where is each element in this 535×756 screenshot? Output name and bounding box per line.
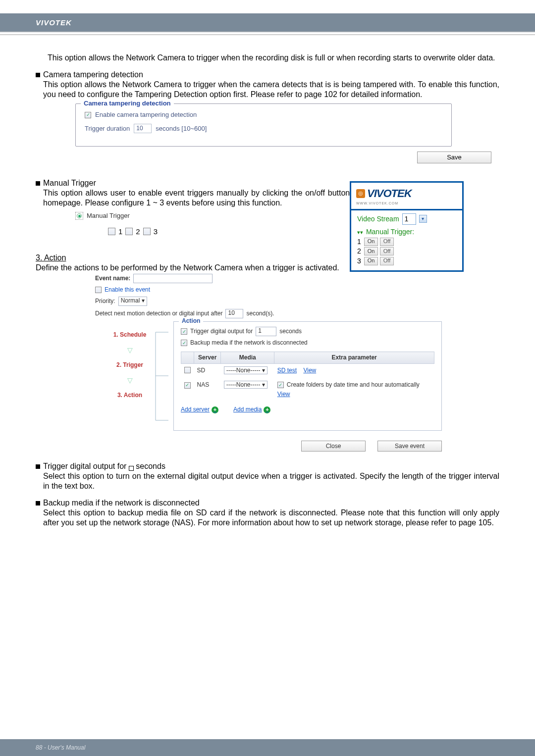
sd-checkbox[interactable] [184,367,191,373]
detect-prefix: Detect next motion detection or digital … [95,310,222,317]
trigger-do-input[interactable]: 1 [256,327,276,336]
bullet-icon [36,181,40,186]
enable-event-label: Enable this event [105,286,150,294]
double-chevron-down-icon[interactable]: ▾▾ [357,229,363,235]
vivotek-logo-text: VIVOTEK [367,187,412,201]
action-heading: 3. Action [36,253,66,262]
col-extra: Extra parameter [274,352,434,364]
trigger-do-suffix: seconds [279,328,302,335]
brand-text: VIVOTEK [36,18,72,27]
table-header: Server Media Extra parameter [181,352,434,364]
footer-text: 88 - User's Manual [36,744,85,751]
trigger-do-checkbox[interactable]: ✓ [181,328,187,335]
table-row: ✓ NAS -----None----- ▾ ✓ Create folders … [181,378,434,401]
tampering-legend: Camera tampering detection [81,100,174,107]
event-name-label: Event name: [95,275,130,282]
detect-value-input[interactable]: 10 [225,309,243,318]
server-sd: SD [197,367,206,374]
tampering-title: Camera tampering detection [43,70,143,79]
mt2-on-button[interactable]: On [364,247,378,255]
note2-title: Backup media if the network is disconnec… [43,499,200,507]
col-checkbox [181,352,194,364]
trigger-duration-label: Trigger duration [85,125,130,133]
vivotek-sidebar: ◎ VIVOTEK WWW.VIVOTEK.COM Video Stream 1… [350,181,464,272]
mt-num-3: 3 [154,227,158,237]
manual-trigger-radio[interactable] [75,212,83,220]
mt3-on-button[interactable]: On [364,257,378,265]
event-name-input[interactable] [133,274,213,283]
note1-title2: seconds [136,462,165,470]
backup-media-label: Backup media if the network is disconnec… [190,339,308,347]
close-button[interactable]: Close [301,441,366,452]
mt1-on-button[interactable]: On [364,238,378,246]
tampering-fieldset: Camera tampering detection ✓ Enable came… [75,103,452,147]
plus-icon: + [264,406,270,413]
mt-checkbox-3[interactable] [143,228,151,235]
trigger-duration-suffix: seconds [10~600] [156,125,207,133]
detect-suffix: second(s). [246,310,274,317]
action-table: Server Media Extra parameter SD -----Non… [181,352,434,401]
backup-media-checkbox[interactable]: ✓ [181,340,187,346]
mt-checkbox-1[interactable] [108,228,115,235]
vivotek-logo-sub: WWW.VIVOTEK.COM [351,202,462,209]
enable-tampering-checkbox[interactable]: ✓ [85,112,91,118]
bullet-icon [36,501,40,505]
add-server-link[interactable]: Add server + [181,406,218,413]
chevron-down-icon[interactable]: ▾ [419,215,427,223]
note1-body: Select this option to turn on the extern… [43,471,499,491]
video-stream-select[interactable]: 1 [402,213,416,225]
trigger-duration-input[interactable]: 10 [134,124,152,133]
col-media: Media [221,352,274,364]
note1-title: Trigger digital output for [43,462,126,470]
priority-label: Priority: [95,298,115,305]
bullet-icon [36,73,40,77]
blank-box-icon [129,466,134,471]
note2-body: Select this option to backup media file … [43,508,499,528]
enable-event-checkbox[interactable] [95,287,102,293]
nas-media-select[interactable]: -----None----- ▾ [224,381,268,389]
intro-paragraph: This option allows the Network Camera to… [48,53,499,63]
mt1-off-button[interactable]: Off [380,238,394,246]
vivotek-logo-icon: ◎ [356,189,365,198]
tampering-body: This option allows the Network Camera to… [43,80,499,100]
mt-row-num: 2 [357,247,362,256]
create-folders-label: Create folders by date time and hour aut… [287,381,420,389]
mt-row-num: 1 [357,238,362,247]
table-row: SD -----None----- ▾ SD test View [181,364,434,379]
col-server: Server [194,352,221,364]
manual-trigger-title: Manual Trigger [43,179,96,187]
trigger-do-label: Trigger digital output for [190,328,253,335]
plus-icon: + [212,406,218,413]
mt3-off-button[interactable]: Off [380,257,394,265]
mt2-off-button[interactable]: Off [380,247,394,255]
save-event-button[interactable]: Save event [377,441,442,452]
manual-trigger-radio-label: Manual Trigger [87,212,130,220]
bullet-icon [36,464,40,469]
action-fieldset: Action ✓ Trigger digital output for 1 se… [173,321,442,431]
enable-tampering-label: Enable camera tampering detection [95,111,197,119]
nas-view-link[interactable]: View [277,391,290,398]
save-button[interactable]: Save [417,151,491,163]
sd-media-select[interactable]: -----None----- ▾ [224,366,268,374]
nas-checkbox[interactable]: ✓ [184,382,191,389]
sd-view-link[interactable]: View [303,367,316,374]
mt-checkbox-2[interactable] [125,228,133,235]
server-nas: NAS [197,381,210,388]
brand-bar: VIVOTEK [0,13,535,32]
video-stream-label: Video Stream [357,215,399,224]
page-footer: 88 - User's Manual [0,739,535,756]
sd-test-link[interactable]: SD test [277,367,297,374]
mt-row-num: 3 [357,257,362,266]
create-folders-checkbox[interactable]: ✓ [277,382,284,388]
add-media-link[interactable]: Add media + [233,406,270,413]
action-legend: Action [179,317,203,325]
connector-line-icon [154,326,173,435]
manual-trigger-panel-label: Manual Trigger: [366,228,414,236]
priority-select[interactable]: Normal ▾ [118,297,147,306]
mt-num-1: 1 [118,227,122,237]
mt-num-2: 2 [136,227,140,237]
